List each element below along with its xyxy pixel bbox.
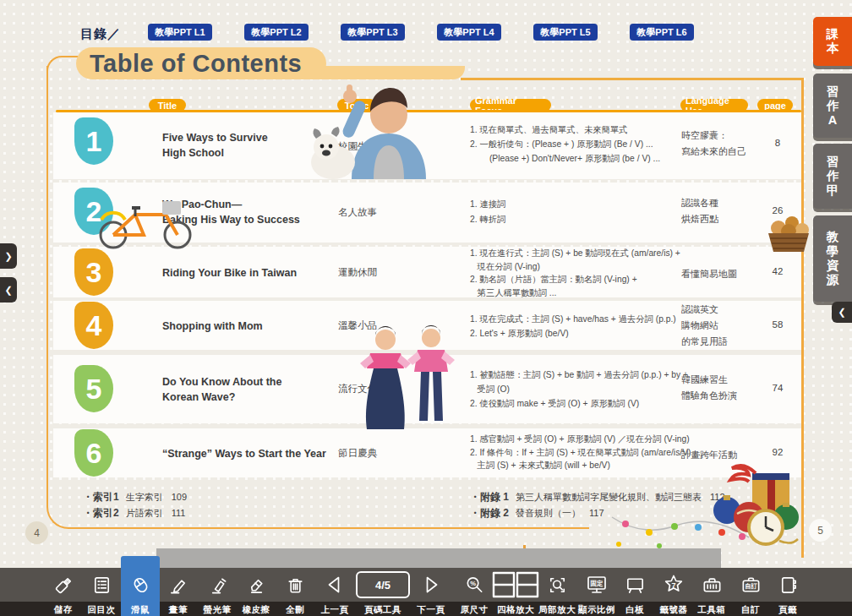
triangle-left-icon [315,568,354,602]
toc-label: 目錄／ [80,26,121,42]
star-number-icon: 7 [654,568,693,602]
unit4-language-use: 認識英文購物網站的常見用語 [681,302,770,350]
unit5-hanbok-couple-illustration [353,324,463,433]
usb-save-icon [44,568,83,602]
delete-all-button[interactable]: 全刪 [276,568,314,616]
save-button[interactable]: 儲存 [44,568,83,616]
unit1-photo-man-with-dog [301,81,463,179]
trash-icon [276,568,314,602]
index-entry-2: ・索引2片語索引111 [83,506,185,521]
string-lights-illustration [609,500,752,553]
toolbox-icon [692,568,731,602]
ppt-button-l1[interactable]: 教學PPT L1 [148,24,212,41]
unit2-bread-basket-illustration [763,211,814,257]
tab-workbook-a[interactable]: 習作A [813,74,852,138]
svg-text:固定: 固定 [591,580,604,587]
monitor-fixed-icon: 固定 [577,568,616,602]
mouse-icon [121,568,160,602]
eraser-button[interactable]: 橡皮擦 [237,568,276,616]
panel-collapse-left-button[interactable]: ❮ [0,277,17,303]
mouse-tool-button[interactable]: 滑鼠 [121,568,160,616]
prev-page-button[interactable]: 上一頁 [315,568,354,616]
number-picker-button[interactable]: 7 籤號器 [654,568,693,616]
page-number-left: 4 [25,521,48,544]
chevron-left-icon: ❮ [4,285,12,296]
triangle-right-icon [412,568,451,602]
partial-zoom-button[interactable]: 局部放大 [538,568,576,616]
toolbox-button[interactable]: 工具箱 [692,568,731,616]
ppt-button-l2[interactable]: 教學PPT L2 [244,24,309,41]
eraser-icon [237,568,276,602]
unit5-language-use: 韓國練習生體驗角色扮演 [681,372,770,404]
page-title: Table of Contents [90,50,302,78]
unit6-page: 92 [761,447,795,457]
ppt-button-l3[interactable]: 教學PPT L3 [341,24,405,41]
page-indicator-tool[interactable]: 4/5 頁碼工具 [356,568,410,616]
tab-teaching-resources[interactable]: 教學資源 [813,215,852,302]
tabbed-book-icon [768,568,807,602]
back-to-toc-button[interactable]: 回目次 [82,568,121,616]
custom-button[interactable]: 自訂 自訂 [731,568,770,616]
unit2-bike-illustration [91,191,201,252]
svg-text:自訂: 自訂 [745,582,757,590]
unit3-page: 42 [761,266,795,276]
ppt-button-l4[interactable]: 教學PPT L4 [437,24,501,41]
ppt-button-l5[interactable]: 教學PPT L5 [533,24,598,41]
original-size-button[interactable]: % 原尺寸 [455,568,494,616]
chevron-left-icon: ❮ [838,307,845,318]
highlighter-icon [198,568,237,602]
highlighter-button[interactable]: 螢光筆 [198,568,237,616]
unit3-language-use: 看懂簡易地圖 [681,266,770,282]
unit2-language-use: 認識各種烘焙西點 [681,195,770,227]
whiteboard-button[interactable]: 白板 [615,568,654,616]
unit4-page: 58 [761,319,795,330]
display-ratio-button[interactable]: 固定 顯示比例 [577,568,616,616]
whiteboard-icon [615,568,654,602]
tab-textbook[interactable]: 課本 [813,17,852,66]
unit1-language-use: 時空膠囊：寫給未來的自己 [681,128,770,160]
appendix-entry-2: ・附錄 2發音規則（一）117 [470,506,604,521]
svg-text:%: % [470,579,476,586]
unit1-page: 8 [761,138,795,148]
four-grid-zoom-button[interactable]: 四格放大 [490,568,541,616]
sidebar-collapse-button[interactable]: ❮ [832,302,852,323]
ebook-viewer: 目錄／ 教學PPT L1 教學PPT L2 教學PPT L3 教學PPT L4 … [0,0,852,616]
chevron-right-icon: ❯ [4,251,12,262]
four-pane-grid-icon [490,568,541,602]
magnifier-percent-icon: % [455,568,494,602]
contents-list-icon [82,568,121,602]
pen-button[interactable]: 畫筆 [159,568,198,616]
page-tab-button[interactable]: 頁籤 [768,568,807,616]
panel-expand-right-button[interactable]: ❯ [0,243,17,269]
custom-case-icon: 自訂 [731,568,770,602]
pencil-icon [159,568,198,602]
tab-workbook-jia[interactable]: 習作甲 [813,144,852,209]
page-indicator-box[interactable]: 4/5 [356,571,410,598]
svg-text:7: 7 [671,581,675,590]
unit5-page: 74 [761,383,795,393]
magnifier-brackets-icon [538,568,576,602]
next-page-button[interactable]: 下一頁 [412,568,451,616]
index-entry-1: ・索引1生字索引109 [83,490,187,504]
ppt-button-l6[interactable]: 教學PPT L6 [630,24,694,41]
